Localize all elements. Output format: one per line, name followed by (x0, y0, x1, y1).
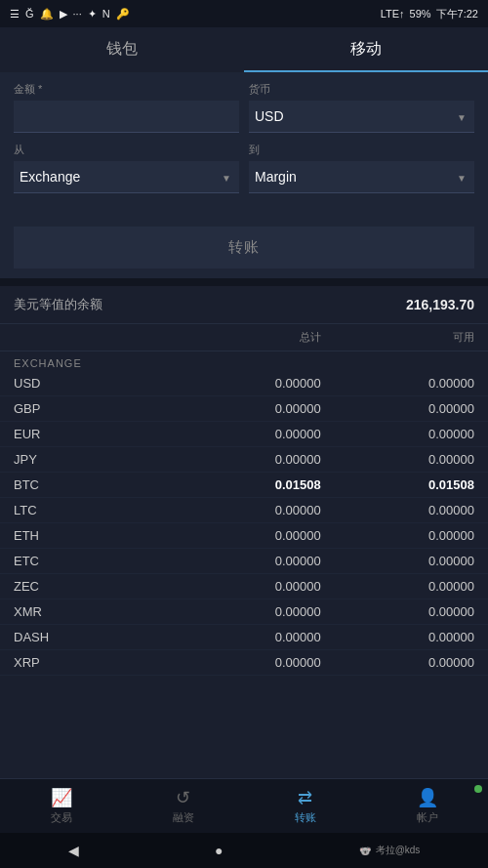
tab-move[interactable]: 移动 (244, 27, 488, 72)
balance-label: 美元等值的余额 (14, 296, 102, 313)
amount-label: 金额 * (14, 82, 239, 97)
brand-text: 🐨 考拉@kds (359, 844, 421, 857)
bell-icon: 🔔 (40, 8, 54, 21)
table-column-headers: 总计 可用 (0, 324, 488, 351)
bottom-nav: 📈 交易 ↺ 融资 ⇄ 转账 👤 帐户 (0, 778, 488, 833)
from-to-row: 从 Exchange Margin 到 Margin Exchange (14, 143, 474, 193)
section-divider (0, 278, 488, 286)
currency-select-wrapper: USD BTC ETH (249, 101, 474, 133)
balance-section: 美元等值的余额 216,193.70 (0, 286, 488, 324)
transfer-button[interactable]: 转账 (14, 227, 474, 269)
row-total: 0.00000 (167, 452, 320, 467)
row-name: JPY (14, 452, 167, 467)
transfer-btn-wrap: 转账 (0, 217, 488, 278)
to-select[interactable]: Margin Exchange (249, 161, 474, 193)
row-name: GBP (14, 401, 167, 416)
android-bar: ◀ ● 🐨 考拉@kds (0, 833, 488, 868)
row-total: 0.00000 (167, 630, 320, 644)
nav-item-funding[interactable]: ↺ 融资 (122, 779, 244, 833)
transfer-nav-label: 转账 (295, 810, 316, 825)
row-name: ZEC (14, 579, 167, 594)
tab-header: 钱包 移动 (0, 27, 488, 72)
table-row: EUR 0.00000 0.00000 (0, 422, 488, 447)
from-label: 从 (14, 143, 239, 157)
row-name: EUR (14, 427, 167, 441)
table-row: ETH 0.00000 0.00000 (0, 523, 488, 549)
row-total: 0.01508 (167, 477, 320, 492)
currency-group: 货币 USD BTC ETH (249, 82, 474, 133)
table-row: GBP 0.00000 0.00000 (0, 396, 488, 422)
dots-icon: ··· (73, 8, 82, 20)
back-button[interactable]: ◀ (68, 843, 79, 858)
account-nav-label: 帐户 (417, 810, 438, 825)
currency-label: 货币 (249, 82, 474, 97)
row-total: 0.00000 (167, 528, 320, 543)
row-name: USD (14, 376, 167, 391)
funding-nav-icon: ↺ (176, 787, 190, 808)
home-button[interactable]: ● (215, 843, 223, 858)
row-name: DASH (14, 630, 167, 644)
row-name: ETC (14, 554, 167, 568)
table-row: XMR 0.00000 0.00000 (0, 599, 488, 625)
from-group: 从 Exchange Margin (14, 143, 239, 193)
play-icon: ▶ (60, 8, 67, 21)
row-total: 0.00000 (167, 604, 320, 619)
row-available: 0.01508 (321, 477, 474, 492)
amount-input[interactable] (14, 101, 239, 133)
table-row: LTC 0.00000 0.00000 (0, 498, 488, 523)
nav-item-transfer[interactable]: ⇄ 转账 (244, 779, 366, 833)
row-total: 0.00000 (167, 503, 320, 517)
bluetooth-icon: ✦ (88, 8, 97, 21)
row-available: 0.00000 (321, 579, 474, 594)
table-row: JPY 0.00000 0.00000 (0, 447, 488, 473)
to-group: 到 Margin Exchange (249, 143, 474, 193)
row-available: 0.00000 (321, 376, 474, 391)
row-available: 0.00000 (321, 452, 474, 467)
amount-currency-row: 金额 * 货币 USD BTC ETH (14, 82, 474, 133)
from-select-wrapper: Exchange Margin (14, 161, 239, 193)
to-select-wrapper: Margin Exchange (249, 161, 474, 193)
row-available: 0.00000 (321, 604, 474, 619)
row-total: 0.00000 (167, 376, 320, 391)
row-available: 0.00000 (321, 554, 474, 568)
row-name: BTC (14, 477, 167, 492)
table-row: ETC 0.00000 0.00000 (0, 549, 488, 574)
row-total: 0.00000 (167, 579, 320, 594)
row-total: 0.00000 (167, 427, 320, 441)
nav-item-account[interactable]: 👤 帐户 (366, 779, 488, 833)
key-icon: 🔑 (116, 8, 130, 21)
table-row: DASH 0.00000 0.00000 (0, 625, 488, 650)
table-row: BTC 0.01508 0.01508 (0, 473, 488, 498)
brand-icon: 🐨 (359, 846, 371, 856)
row-available: 0.00000 (321, 655, 474, 670)
row-available: 0.00000 (321, 427, 474, 441)
table-row: XRP 0.00000 0.00000 (0, 650, 488, 676)
row-total: 0.00000 (167, 554, 320, 568)
row-name: XMR (14, 604, 167, 619)
row-name: XRP (14, 655, 167, 670)
status-left-icons: ☰ Ğ 🔔 ▶ ··· ✦ N 🔑 (10, 8, 130, 21)
amount-group: 金额 * (14, 82, 239, 133)
col-header-available: 可用 (321, 330, 474, 345)
battery-text: 59% (410, 8, 431, 20)
nav-item-trade[interactable]: 📈 交易 (0, 779, 122, 833)
tab-wallet[interactable]: 钱包 (0, 27, 244, 72)
table-row: ZEC 0.00000 0.00000 (0, 574, 488, 599)
form-area: 金额 * 货币 USD BTC ETH 从 Exchange Margin (0, 72, 488, 217)
currency-select[interactable]: USD BTC ETH (249, 101, 474, 133)
col-header-total: 总计 (167, 330, 320, 345)
account-nav-icon: 👤 (417, 787, 438, 808)
row-available: 0.00000 (321, 528, 474, 543)
status-right-icons: LTE↑ 59% 下午7:22 (381, 7, 478, 21)
balance-table: USD 0.00000 0.00000 GBP 0.00000 0.00000 … (0, 371, 488, 676)
from-select[interactable]: Exchange Margin (14, 161, 239, 193)
row-available: 0.00000 (321, 503, 474, 517)
g-icon: Ğ (25, 8, 34, 20)
trade-nav-label: 交易 (51, 810, 72, 825)
transfer-nav-icon: ⇄ (298, 787, 312, 808)
funding-nav-label: 融资 (173, 810, 194, 825)
status-bar: ☰ Ğ 🔔 ▶ ··· ✦ N 🔑 LTE↑ 59% 下午7:22 (0, 0, 488, 27)
to-label: 到 (249, 143, 474, 157)
table-row: USD 0.00000 0.00000 (0, 371, 488, 396)
nfc-icon: N (102, 8, 110, 20)
